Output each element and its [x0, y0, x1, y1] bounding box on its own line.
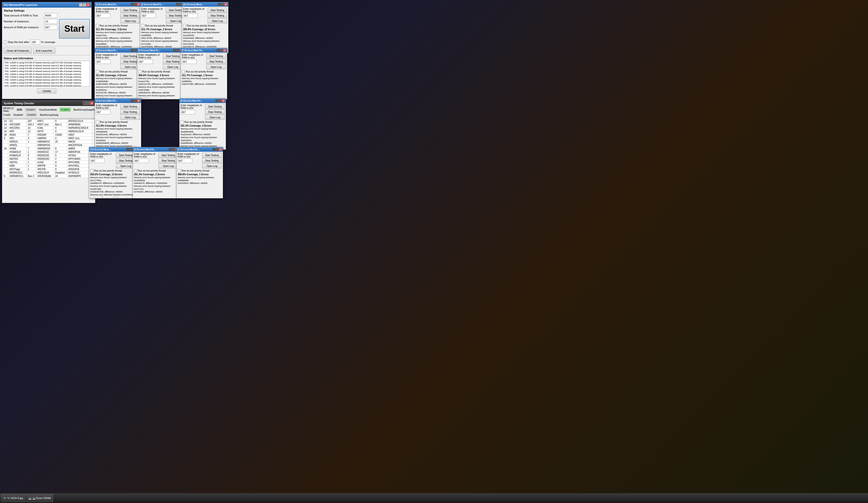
mt-ram-input-mt3[interactable] [183, 13, 198, 18]
mt-log-btn-mt10[interactable]: Open Log [158, 163, 178, 168]
mt-btns-mt6: Start Testing Stop Testing Open Log [206, 53, 226, 69]
mt-ram-input-mt8[interactable] [180, 110, 195, 114]
mt-min-mt1[interactable]: _ [131, 3, 134, 6]
mt-stop-btn-mt3[interactable]: Stop Testing [208, 13, 227, 18]
mt-start-btn-mt6[interactable]: Start Testing [206, 53, 226, 59]
mt-max-mt7[interactable]: □ [134, 99, 137, 102]
mt-min-mt4[interactable]: _ [131, 49, 134, 52]
mt-min-mt9[interactable]: _ [126, 148, 129, 151]
mt-start-btn-mt7[interactable]: Start Testing [120, 104, 140, 109]
memtest-title-mt11: [1 Errors] MemTe... [178, 148, 200, 151]
mt-max-mt6[interactable]: □ [220, 49, 223, 52]
hci-maximize-btn[interactable]: □ [83, 3, 86, 7]
mt-start-btn-mt8[interactable]: Start Testing [205, 104, 225, 109]
mt-ram-input-mt1[interactable] [96, 13, 111, 18]
mt-checkbox-mt10[interactable] [134, 169, 137, 172]
mt-min-mt10[interactable]: _ [169, 148, 172, 151]
mt-ram-input-mt5[interactable] [138, 60, 153, 64]
hci-minimize-btn[interactable]: _ [79, 3, 83, 7]
mt-min-mt6[interactable]: _ [217, 49, 219, 52]
mt-checkbox-mt2[interactable] [141, 24, 144, 27]
mt-ram-input-mt4[interactable] [96, 60, 111, 64]
status-line-5: PID: 14268 is using 679 Mb of shared mem… [5, 76, 89, 79]
mt-max-mt11[interactable]: □ [216, 148, 219, 151]
start-button[interactable]: Start [59, 19, 90, 39]
update-btn[interactable]: Update [37, 89, 56, 93]
mt-start-btn-mt10[interactable]: Start Testing [158, 153, 178, 158]
mt-min-mt8[interactable]: _ [215, 99, 218, 102]
exit-launcher-btn[interactable]: Exit Launcher [33, 48, 55, 53]
mt-checkbox-row-mt5: Run as low priority thread [138, 70, 183, 73]
mt-start-btn-mt11[interactable]: Start Testing [202, 153, 222, 158]
hci-close-btn[interactable]: ✕ [86, 3, 90, 7]
mt-log-btn-mt5[interactable]: Open Log [163, 64, 183, 69]
mt-close-mt8[interactable]: ✕ [222, 99, 225, 102]
mt-close-mt11[interactable]: ✕ [219, 148, 222, 151]
mt-start-btn-mt5[interactable]: Start Testing [163, 53, 183, 59]
mt-checkbox-mt3[interactable] [183, 24, 186, 27]
mt-ram-input-mt10[interactable] [134, 159, 148, 163]
cmd2t-value-r: Disabled [13, 113, 23, 116]
taskbar-item-screenshot[interactable]: 📷 📷 3534×3.jpg [1, 494, 25, 502]
timing-max-btn[interactable]: □ [86, 102, 90, 105]
mt-ram-label-mt5: Enter megabytes of RAM to test [138, 53, 162, 59]
mt-stop-btn-mt6[interactable]: Stop Testing [206, 59, 226, 64]
timing-min-btn[interactable]: _ [83, 102, 86, 105]
mt-log-btn-mt3[interactable]: Open Log [208, 18, 227, 23]
mt-checkbox-mt9[interactable] [90, 169, 93, 172]
mt-log-btn-mt7[interactable]: Open Log [120, 115, 140, 120]
mt-checkbox-mt11[interactable] [178, 169, 181, 172]
mt-stop-btn-mt7[interactable]: Stop Testing [120, 109, 140, 114]
mt-ram-input-mt2[interactable] [141, 13, 156, 18]
mt-stop-btn-mt8[interactable]: Stop Testing [205, 109, 225, 114]
mt-log-btn-mt8[interactable]: Open Log [205, 115, 225, 120]
coverage-input[interactable] [30, 40, 40, 44]
mt-checkbox-mt7[interactable] [96, 120, 99, 124]
ram-per-instance-input[interactable] [44, 25, 58, 30]
mt-min-mt3[interactable]: _ [218, 3, 221, 6]
timing-header-info: MEMCLK Ratio 3333 Disabled GearDownMode … [2, 106, 95, 118]
mt-stop-btn-mt5[interactable]: Stop Testing [163, 59, 183, 64]
mt-stop-btn-mt10[interactable]: Stop Testing [158, 158, 178, 163]
mt-log-btn-mt6[interactable]: Open Log [206, 64, 226, 69]
total-ram-input[interactable] [44, 13, 58, 18]
mt-close-mt1[interactable]: ✕ [137, 3, 140, 6]
mt-stop-btn-mt11[interactable]: Stop Testing [202, 158, 222, 163]
mt-max-mt3[interactable]: □ [221, 3, 224, 6]
close-all-btn[interactable]: Close all Instances [4, 48, 32, 53]
stop-test-checkbox[interactable] [4, 41, 7, 44]
mt-checkbox-mt5[interactable] [138, 70, 142, 73]
mt-close-mt7[interactable]: ✕ [137, 99, 140, 102]
mt-min-mt5[interactable]: _ [173, 49, 176, 52]
mt-max-mt8[interactable]: □ [219, 99, 221, 102]
mt-close-mt6[interactable]: ✕ [223, 49, 226, 52]
mt-max-mt1[interactable]: □ [134, 3, 137, 6]
mt-log-btn-mt11[interactable]: Open Log [202, 163, 222, 168]
mt-stop-btn-mt1[interactable]: Stop Testing [120, 13, 140, 18]
mt-max-mt9[interactable]: □ [130, 148, 132, 151]
mt-ram-input-mt11[interactable] [178, 159, 192, 163]
mt-close-mt3[interactable]: ✕ [224, 3, 227, 6]
mt-min-mt7[interactable]: _ [131, 99, 134, 102]
timing-close-btn[interactable]: ✕ [90, 102, 94, 105]
mt-checkbox-mt8[interactable] [180, 120, 184, 124]
mt-checkbox-mt6[interactable] [182, 70, 185, 73]
mt-ram-input-mt6[interactable] [182, 60, 196, 64]
mt-log-btn-mt1[interactable]: Open Log [120, 18, 140, 23]
mt-priority-label-mt6: Run as low priority thread [186, 70, 214, 73]
mt-start-btn-mt3[interactable]: Start Testing [208, 8, 227, 12]
mt-max-mt10[interactable]: □ [172, 148, 175, 151]
mt-checkbox-mt1[interactable] [96, 24, 99, 27]
mt-checkbox-mt4[interactable] [96, 70, 99, 73]
mt-min-mt11[interactable]: _ [213, 148, 215, 151]
mt-ram-input-mt7[interactable] [96, 110, 111, 114]
taskbar-item-ryzen[interactable]: 💻 💻 Ryzen DRAM [26, 494, 53, 502]
mt-min-mt2[interactable]: _ [176, 3, 179, 6]
mt-max-mt5[interactable]: □ [176, 49, 179, 52]
error-line: Memory error found copying between 0xef9… [141, 31, 185, 37]
instances-input[interactable] [44, 19, 58, 24]
mt-top-mt3: Enter megabytes of RAM to test Start Tes… [183, 8, 227, 23]
mt-start-btn-mt1[interactable]: Start Testing [120, 8, 140, 12]
mt-max-mt4[interactable]: □ [134, 49, 137, 52]
mt-ram-input-mt9[interactable] [90, 159, 105, 163]
